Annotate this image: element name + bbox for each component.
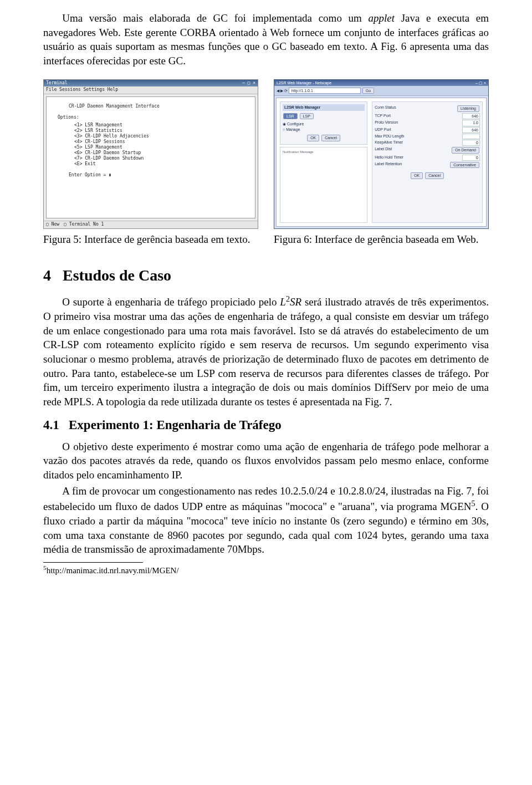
options-label: Options:: [58, 115, 249, 120]
browser-toolbar: ◀ ▶ ⟳ http://1.1.0.1 Go: [274, 86, 488, 96]
footnote-text: http://manimac.itd.nrl.navy.mil/MGEN/: [47, 566, 179, 575]
val-conn-status[interactable]: Listening: [457, 105, 479, 111]
val-udp-port[interactable]: 646: [462, 127, 480, 133]
opt-7: <7> CR-LDP Daemon Shutdown: [74, 156, 249, 161]
cancel-button-left[interactable]: Cancel: [321, 135, 340, 141]
notification-label: Notification Message: [283, 150, 365, 154]
opt-4: <4> CR-LDP Sessions: [74, 139, 249, 145]
forward-icon[interactable]: ▶: [280, 89, 283, 93]
opt-e: <E> Exit: [74, 161, 249, 167]
cancel-button-right[interactable]: Cancel: [425, 172, 444, 179]
val-tcp-port[interactable]: 646: [462, 113, 480, 119]
lbl-label-ret: Label Retention: [375, 161, 402, 169]
figure-5-caption: Figura 5: Interface de gerência baseada …: [43, 232, 258, 247]
terminal-header: CR-LDP Daemon Management Interface: [69, 104, 249, 109]
new-tab-button[interactable]: ▢ New: [46, 222, 59, 228]
footnote-mark-5: 5: [472, 499, 475, 508]
opt-1: <1> LSR Management: [74, 123, 249, 128]
val-label-dist[interactable]: On Demand: [452, 147, 479, 153]
val-keepalive[interactable]: 0: [462, 140, 480, 146]
notification-panel: Notification Message: [280, 147, 367, 223]
radio-manage[interactable]: ○ Manage: [283, 127, 365, 132]
figures-row: Terminal – ▢ × File Sessions Settings He…: [43, 79, 489, 247]
terminal-body: CR-LDP Daemon Management InterfaceOption…: [46, 96, 255, 218]
p4: A fim de provocar um congestionamento na…: [43, 484, 489, 557]
figure-5: Terminal – ▢ × File Sessions Settings He…: [43, 79, 258, 247]
window-controls-icon[interactable]: – ▢ ×: [242, 80, 255, 86]
url-input[interactable]: http://1.1.0.1: [289, 88, 361, 94]
tab-lsr[interactable]: LSR: [283, 113, 298, 119]
l2sr-term: L2SR: [280, 296, 301, 308]
browser-window: L2SR Web Manager - Netscape – ▢ × ◀ ▶ ⟳ …: [274, 79, 489, 229]
left-panel: L2SR Web Manager LSR LSP ◉ Configure ○ M…: [280, 101, 367, 144]
footnote-rule: [43, 562, 143, 563]
figure-6: L2SR Web Manager - Netscape – ▢ × ◀ ▶ ⟳ …: [274, 79, 489, 247]
opt-2: <2> LSR Statistics: [74, 128, 249, 134]
opt-5: <5> LSP Management: [74, 145, 249, 150]
subsection-title: Experimento 1: Engenharia de Tráfego: [69, 418, 282, 432]
lbl-conn-status: Conn Status: [375, 105, 396, 112]
terminal-title: Terminal: [46, 80, 68, 86]
intro-paragraph: Uma versão mais elaborada de GC foi impl…: [43, 11, 489, 68]
opt-6: <6> CR-LDP Daemon Startup: [74, 150, 249, 156]
lbl-hello-hold: Hello Hold Timer: [375, 155, 403, 161]
opt-3: <3> CR-LDP Hello Adjacencies: [74, 134, 249, 139]
val-max-pdu[interactable]: [462, 134, 480, 139]
p2a: O suporte à engenharia de tráfego propic…: [62, 296, 280, 308]
val-proto-version[interactable]: 1.0: [462, 120, 480, 126]
panel-title: L2SR Web Manager: [283, 104, 365, 110]
subsection-4-1-heading: 4.1 Experimento 1: Engenharia de Tráfego: [43, 416, 489, 434]
tab-lsp[interactable]: LSP: [300, 113, 314, 119]
terminal-prompt[interactable]: Enter Option = ▮: [69, 172, 111, 177]
right-panel: Conn StatusListening TCP Port646 Proto V…: [372, 101, 483, 222]
lbl-keepalive: KeepAlive Timer: [375, 140, 403, 146]
subsection-num: 4.1: [43, 418, 59, 432]
window-controls-icon[interactable]: – ▢ ×: [475, 80, 486, 85]
p2b: será ilustrado através de três experimen…: [43, 296, 489, 407]
terminal-titlebar: Terminal – ▢ ×: [44, 80, 258, 87]
p3: O objetivo deste experimento é mostrar c…: [43, 440, 489, 482]
applet-term: applet: [368, 12, 395, 24]
intro-text-a: Uma versão mais elaborada de GC foi impl…: [62, 12, 368, 24]
ok-button-left[interactable]: OK: [307, 135, 319, 141]
section-4-p1: O suporte à engenharia de tráfego propic…: [43, 294, 489, 409]
val-hello-hold[interactable]: 0: [462, 155, 480, 161]
section-title: Estudos de Caso: [63, 267, 171, 284]
reload-icon[interactable]: ⟳: [284, 89, 288, 93]
back-icon[interactable]: ◀: [277, 89, 279, 93]
terminal-statusbar: ▢ New ▢ Terminal No 1: [44, 221, 258, 228]
lbl-label-dist: Label Dist: [375, 146, 392, 154]
browser-titlebar: L2SR Web Manager - Netscape – ▢ ×: [274, 80, 488, 86]
lbl-tcp-port: TCP Port: [375, 113, 391, 119]
terminal-tab[interactable]: ▢ Terminal No 1: [64, 222, 104, 228]
val-label-ret[interactable]: Conservative: [450, 162, 479, 168]
ok-button-right[interactable]: OK: [411, 172, 423, 179]
lbl-proto-version: Proto Version: [375, 120, 398, 126]
terminal-window: Terminal – ▢ × File Sessions Settings He…: [43, 79, 258, 229]
radio-configure[interactable]: ◉ Configure: [283, 121, 365, 126]
section-num: 4: [43, 267, 51, 284]
lbl-udp-port: UDP Port: [375, 127, 391, 133]
browser-title: L2SR Web Manager - Netscape: [277, 80, 331, 85]
footnote-5: 5http://manimac.itd.nrl.navy.mil/MGEN/: [43, 564, 489, 576]
figure-6-caption: Figura 6: Interface de gerência baseada …: [274, 232, 489, 247]
browser-content: L2SR Web Manager LSR LSP ◉ Configure ○ M…: [276, 98, 487, 226]
section-4-heading: 4 Estudos de Caso: [43, 265, 489, 286]
p4a: A fim de provocar um congestionamento na…: [43, 485, 489, 512]
lbl-max-pdu: Max PDU Length: [375, 134, 404, 139]
terminal-menubar[interactable]: File Sessions Settings Help: [44, 86, 258, 94]
go-button[interactable]: Go: [362, 88, 374, 94]
